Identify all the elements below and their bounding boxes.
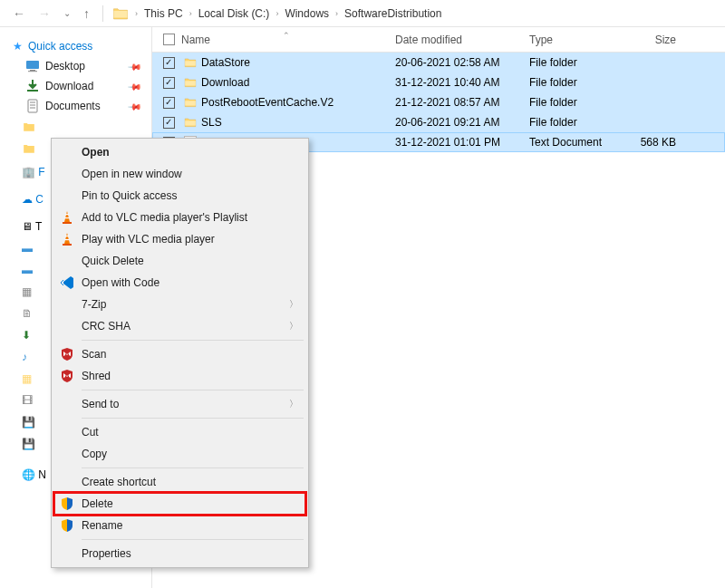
breadcrumb-seg-0[interactable]: This PC xyxy=(140,6,187,21)
vlc-icon xyxy=(60,232,74,246)
sidebar-item-label: Desktop xyxy=(45,60,85,72)
column-headers: Name⌃ Date modified Type Size xyxy=(152,27,725,53)
context-menu-item-open-in-new-window[interactable]: Open in new window xyxy=(54,163,305,185)
file-name: DataStore xyxy=(201,56,250,69)
svg-rect-12 xyxy=(65,236,68,236)
context-menu-item-add-to-vlc-media-player-s-playlist[interactable]: Add to VLC media player's Playlist xyxy=(54,207,305,228)
address-bar: ← → ⌄ ↑ › This PC › Local Disk (C:) › Wi… xyxy=(0,0,725,27)
context-menu-label: Send to xyxy=(82,398,119,410)
file-type: File folder xyxy=(529,56,634,69)
file-date: 20-06-2021 02:58 AM xyxy=(395,56,529,69)
star-icon: ★ xyxy=(13,40,23,53)
folder-icon xyxy=(183,115,198,130)
breadcrumb[interactable]: › This PC › Local Disk (C:) › Windows › … xyxy=(134,6,445,21)
mcafee-icon xyxy=(60,347,74,361)
context-menu-item-copy[interactable]: Copy xyxy=(54,443,305,465)
sort-arrow-icon: ⌃ xyxy=(283,31,290,40)
shield-icon xyxy=(60,518,74,533)
folder-icon xyxy=(183,75,198,90)
breadcrumb-seg-2[interactable]: Windows xyxy=(281,6,333,21)
file-date: 31-12-2021 01:01 PM xyxy=(395,136,529,149)
file-date: 21-12-2021 08:57 AM xyxy=(395,96,529,109)
context-menu-separator xyxy=(82,340,304,341)
context-menu-item-crc-sha[interactable]: CRC SHA〉 xyxy=(54,315,305,337)
mcafee-icon xyxy=(60,369,74,383)
context-menu-item-quick-delete[interactable]: Quick Delete xyxy=(54,250,305,272)
context-menu-item-pin-to-quick-access[interactable]: Pin to Quick access xyxy=(54,185,305,207)
svg-rect-9 xyxy=(65,214,68,215)
column-size[interactable]: Size xyxy=(634,34,689,46)
pin-icon: 📌 xyxy=(128,59,142,73)
folder-icon xyxy=(183,55,198,70)
context-menu-label: Copy xyxy=(82,448,107,460)
folder-icon xyxy=(183,95,198,110)
shield-icon xyxy=(60,496,74,511)
row-checkbox[interactable] xyxy=(163,117,175,129)
svg-rect-3 xyxy=(27,90,38,92)
quick-access-header[interactable]: ★ Quick access xyxy=(0,36,148,56)
column-date[interactable]: Date modified xyxy=(395,34,529,46)
context-menu-item-cut[interactable]: Cut xyxy=(54,421,305,443)
context-menu-item-delete[interactable]: Delete xyxy=(54,493,305,515)
svg-rect-13 xyxy=(65,239,70,240)
row-checkbox[interactable] xyxy=(163,77,175,89)
context-menu-label: Create shortcut xyxy=(82,476,156,488)
chevron-right-icon: 〉 xyxy=(289,298,298,311)
context-menu-item-shred[interactable]: Shred xyxy=(54,365,305,387)
svg-rect-2 xyxy=(28,71,37,72)
quick-access-label: Quick access xyxy=(28,40,92,53)
file-date: 31-12-2021 10:40 AM xyxy=(395,76,529,89)
file-name: Download xyxy=(201,76,249,89)
sidebar-item-desktop[interactable]: Desktop 📌 xyxy=(0,56,148,76)
context-menu-item-properties[interactable]: Properties xyxy=(54,543,305,564)
context-menu-item-create-shortcut[interactable]: Create shortcut xyxy=(54,471,305,493)
svg-rect-1 xyxy=(30,70,35,71)
file-size: 568 KB xyxy=(634,136,689,149)
folder-icon xyxy=(112,5,129,22)
recent-dropdown[interactable]: ⌄ xyxy=(60,8,74,18)
file-date: 20-06-2021 09:21 AM xyxy=(395,116,529,129)
up-button[interactable]: ↑ xyxy=(80,6,93,21)
forward-button[interactable]: → xyxy=(34,6,54,21)
context-menu-label: Shred xyxy=(82,370,111,382)
svg-rect-8 xyxy=(63,222,72,224)
chevron-right-icon: 〉 xyxy=(289,320,298,333)
context-menu-label: Cut xyxy=(82,426,99,439)
context-menu-label: Delete xyxy=(82,497,113,510)
file-row[interactable]: PostRebootEventCache.V221-12-2021 08:57 … xyxy=(152,92,725,112)
context-menu-label: Open in new window xyxy=(82,168,182,180)
file-row[interactable]: Download31-12-2021 10:40 AMFile folder xyxy=(152,72,725,92)
file-row[interactable]: DataStore20-06-2021 02:58 AMFile folder xyxy=(152,53,725,72)
breadcrumb-seg-1[interactable]: Local Disk (C:) xyxy=(195,6,274,21)
sidebar-item-documents[interactable]: Documents 📌 xyxy=(0,96,148,116)
context-menu-item-scan[interactable]: Scan xyxy=(54,343,305,365)
row-checkbox[interactable] xyxy=(163,97,175,109)
context-menu-item-rename[interactable]: Rename xyxy=(54,515,305,536)
context-menu-item-7-zip[interactable]: 7-Zip〉 xyxy=(54,294,305,315)
context-menu-item-open-with-code[interactable]: Open with Code xyxy=(54,272,305,294)
context-menu-separator xyxy=(82,418,304,419)
context-menu-label: Scan xyxy=(82,348,106,361)
row-checkbox[interactable] xyxy=(163,57,175,69)
documents-icon xyxy=(25,99,40,113)
pin-icon: 📌 xyxy=(128,79,142,93)
context-menu-item-open[interactable]: Open xyxy=(54,141,305,163)
file-type: Text Document xyxy=(529,136,634,149)
context-menu-label: Quick Delete xyxy=(82,255,144,267)
desktop-icon xyxy=(25,59,40,73)
back-button[interactable]: ← xyxy=(9,6,29,21)
download-icon xyxy=(25,79,40,93)
sidebar-item-obscured[interactable] xyxy=(0,116,148,138)
context-menu-label: Open xyxy=(82,146,110,159)
select-all-checkbox[interactable] xyxy=(160,34,178,45)
context-menu-separator xyxy=(82,390,304,390)
context-menu-label: Pin to Quick access xyxy=(82,189,177,202)
breadcrumb-seg-3[interactable]: SoftwareDistribution xyxy=(341,6,445,21)
context-menu-item-play-with-vlc-media-player[interactable]: Play with VLC media player xyxy=(54,228,305,250)
sidebar-item-download[interactable]: Download 📌 xyxy=(0,76,148,96)
column-name[interactable]: Name⌃ xyxy=(178,34,395,46)
file-row[interactable]: SLS20-06-2021 09:21 AMFile folder xyxy=(152,112,725,132)
column-type[interactable]: Type xyxy=(529,34,634,46)
context-menu-label: Properties xyxy=(82,547,131,560)
context-menu-item-send-to[interactable]: Send to〉 xyxy=(54,393,305,415)
